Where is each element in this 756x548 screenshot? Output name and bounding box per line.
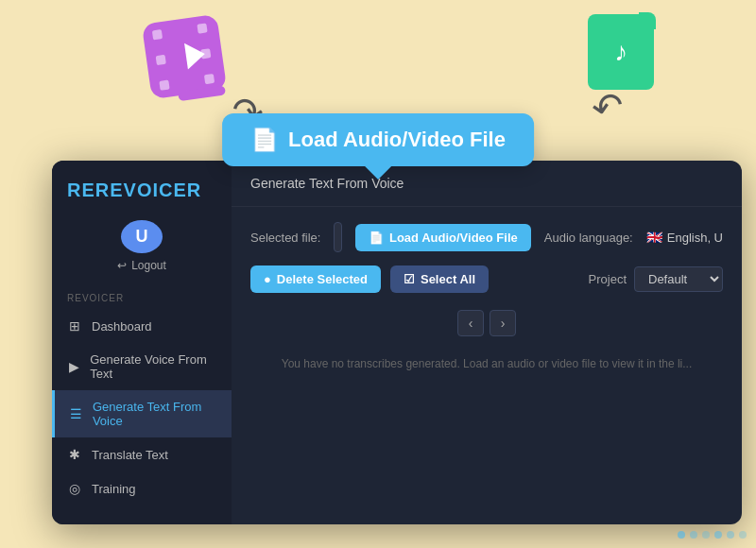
user-avatar: U: [121, 220, 163, 253]
sidebar-section: REVOICER: [52, 287, 232, 309]
action-row: ● Delete Selected ☑ Select All Project D…: [250, 265, 723, 293]
sidebar-item-label: Translate Text: [92, 448, 168, 462]
language-value[interactable]: 🇬🇧 English, U: [646, 230, 723, 245]
next-page-button[interactable]: ›: [490, 310, 516, 336]
main-body: Selected file: 📄 Load Audio/Video File A…: [232, 207, 742, 524]
sidebar-item-label: Training: [92, 482, 135, 496]
language-text: English, U: [667, 231, 723, 245]
sidebar-item-generate-text[interactable]: ☰ Generate Text From Voice: [52, 390, 232, 437]
deco-video-icon: [142, 14, 227, 99]
sidebar: REREVOICER U ↩ Logout REVOICER ⊞ Dashboa…: [52, 161, 232, 524]
flag-icon: 🇬🇧: [646, 230, 662, 245]
audio-language-label: Audio language:: [544, 231, 633, 245]
sidebar-item-translate[interactable]: ✱ Translate Text: [52, 437, 232, 471]
logout-label: Logout: [131, 259, 166, 272]
sidebar-item-label: Dashboard: [92, 319, 152, 334]
file-input[interactable]: [334, 222, 342, 252]
delete-btn-label: Delete Selected: [277, 272, 368, 286]
training-icon: ◎: [67, 481, 82, 496]
delete-icon: ●: [264, 272, 271, 286]
pagination-row: ‹ ›: [250, 310, 723, 336]
main-content: Generate Text From Voice Selected file: …: [232, 161, 742, 524]
sidebar-item-generate-voice[interactable]: ▶ Generate Voice From Text: [52, 343, 232, 390]
logo-accent: RE: [67, 180, 95, 200]
dashboard-icon: ⊞: [67, 318, 82, 334]
load-btn-label: Load Audio/Video File: [389, 231, 518, 245]
arrow-right-icon: ↷: [588, 82, 627, 130]
empty-state-message: You have no transcribes generated. Load …: [250, 350, 723, 378]
generate-voice-icon: ▶: [67, 359, 80, 374]
tooltip-label: Load Audio/Video File: [288, 128, 506, 152]
select-all-button[interactable]: ☑ Select All: [390, 265, 489, 293]
delete-selected-button[interactable]: ● Delete Selected: [250, 265, 381, 293]
tooltip-bubble: 📄 Load Audio/Video File: [222, 113, 534, 166]
tooltip-file-icon: 📄: [250, 127, 279, 153]
project-row: Project Default Project 1 Project 2: [589, 266, 723, 292]
load-btn-icon: 📄: [369, 231, 384, 245]
app-window: REREVOICER U ↩ Logout REVOICER ⊞ Dashboa…: [52, 161, 742, 524]
load-audio-video-button[interactable]: 📄 Load Audio/Video File: [355, 224, 531, 251]
selected-file-label: Selected file:: [250, 231, 320, 245]
generate-text-icon: ☰: [70, 406, 83, 421]
prev-page-button[interactable]: ‹: [457, 310, 484, 336]
main-header: Generate Text From Voice: [232, 161, 742, 207]
project-select[interactable]: Default Project 1 Project 2: [634, 266, 723, 292]
logout-button[interactable]: ↩ Logout: [52, 259, 232, 272]
translate-icon: ✱: [67, 447, 82, 462]
app-logo: REREVOICER: [52, 180, 232, 220]
dots-pattern: [678, 531, 747, 539]
deco-music-icon: ♪: [588, 14, 654, 90]
sidebar-item-dashboard[interactable]: ⊞ Dashboard: [52, 309, 232, 343]
file-row: Selected file: 📄 Load Audio/Video File A…: [250, 222, 723, 252]
select-icon: ☑: [404, 272, 415, 286]
sidebar-item-label: Generate Text From Voice: [93, 400, 216, 428]
select-all-label: Select All: [421, 272, 475, 286]
project-label: Project: [589, 272, 627, 286]
logout-icon: ↩: [117, 259, 127, 272]
sidebar-item-training[interactable]: ◎ Training: [52, 471, 232, 505]
sidebar-item-label: Generate Voice From Text: [90, 352, 216, 381]
